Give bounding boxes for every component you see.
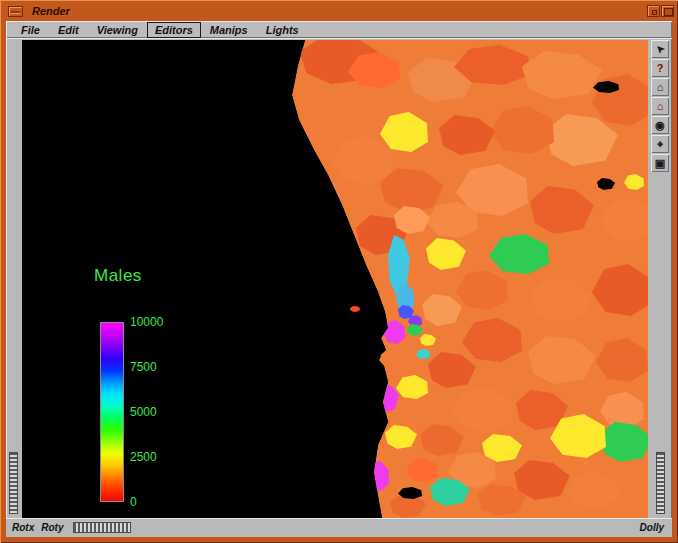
map-title: Males: [94, 266, 142, 286]
home-icon: ⌂: [657, 82, 664, 93]
legend-label-5000: 5000: [130, 405, 163, 419]
menu-lights[interactable]: Lights: [257, 22, 308, 38]
minimize-button[interactable]: [647, 5, 660, 17]
maximize-button[interactable]: [661, 5, 674, 17]
menu-edit[interactable]: Edit: [49, 22, 88, 38]
menu-viewing[interactable]: Viewing: [88, 22, 147, 38]
set-home-icon: ⌂: [657, 101, 664, 112]
view-all-icon: ◉: [655, 120, 665, 131]
view-all-button[interactable]: ◉: [651, 116, 669, 134]
legend-labels: 10000 7500 5000 2500 0: [130, 315, 163, 509]
dolly-label: Dolly: [640, 522, 664, 533]
roty-label: Roty: [41, 522, 63, 533]
pointer-icon: ➤: [653, 42, 666, 55]
render-viewport[interactable]: Males 10000 7500 5000 2500 0: [22, 40, 648, 518]
set-home-button[interactable]: ⌂: [651, 97, 669, 115]
viewer-decoration: Males 10000 7500 5000 2500 0 ➤ ? ⌂ ⌂ ◉ ⌖…: [6, 38, 672, 537]
dolly-thumbwheel[interactable]: [656, 452, 665, 514]
camera-icon: ▣: [655, 158, 665, 169]
bottom-trim: Rotx Roty Dolly: [6, 518, 672, 537]
window-titlebar[interactable]: Render: [4, 3, 674, 19]
legend-label-7500: 7500: [130, 360, 163, 374]
menu-manips[interactable]: Manips: [201, 22, 257, 38]
menu-file[interactable]: File: [12, 22, 49, 38]
seek-button[interactable]: ⌖: [651, 135, 669, 153]
right-trim: ➤ ? ⌂ ⌂ ◉ ⌖ ▣: [648, 38, 672, 518]
left-trim: [6, 38, 22, 518]
pointer-tool-button[interactable]: ➤: [651, 40, 669, 58]
rotx-label: Rotx: [12, 522, 34, 533]
help-button[interactable]: ?: [651, 59, 669, 77]
home-button[interactable]: ⌂: [651, 78, 669, 96]
menu-bar: File Edit Viewing Editors Manips Lights: [6, 21, 672, 38]
window-menu-icon[interactable]: [8, 6, 23, 17]
seek-icon: ⌖: [657, 139, 663, 150]
legend-bar: [100, 322, 124, 502]
roty-thumbwheel[interactable]: [73, 522, 131, 533]
legend-label-2500: 2500: [130, 450, 163, 464]
legend-label-max: 10000: [130, 315, 163, 329]
menu-editors[interactable]: Editors: [147, 22, 201, 38]
window-title: Render: [32, 5, 70, 17]
help-icon: ?: [657, 63, 664, 74]
render-window: Render File Edit Viewing Editors Manips …: [0, 0, 678, 543]
legend-label-min: 0: [130, 495, 163, 509]
camera-toggle-button[interactable]: ▣: [651, 154, 669, 172]
rotx-thumbwheel[interactable]: [9, 452, 18, 514]
